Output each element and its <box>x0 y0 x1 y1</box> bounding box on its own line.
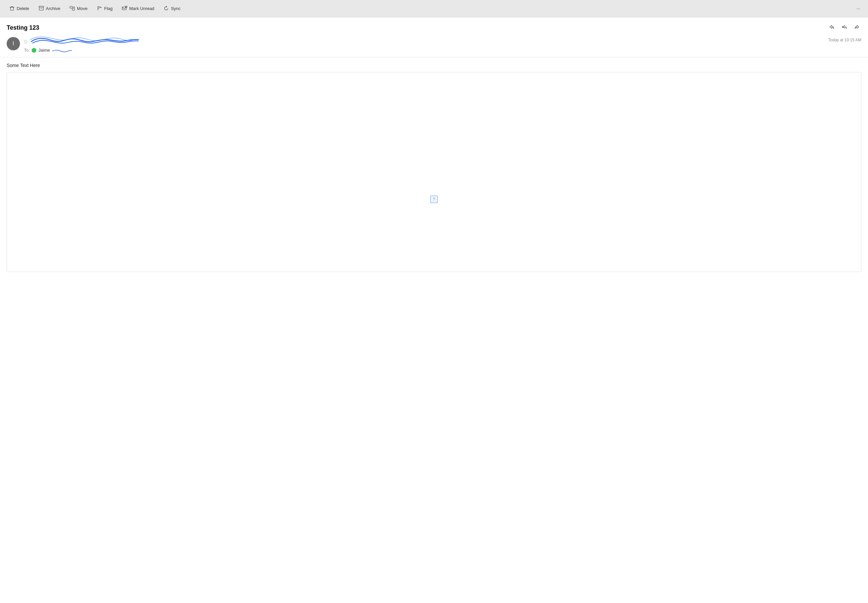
move-button[interactable]: Move <box>66 4 92 14</box>
email-body[interactable]: Some Text Here ? <box>0 57 868 603</box>
sender-info: From: sender@example.com To: Jaime <box>24 37 824 53</box>
move-label: Move <box>77 6 88 11</box>
svg-rect-3 <box>72 8 75 10</box>
email-subject: Testing 123 <box>7 24 39 31</box>
archive-label: Archive <box>46 6 60 11</box>
sync-label: Sync <box>171 6 180 11</box>
sender-name-scribble: From: sender@example.com <box>30 37 137 46</box>
more-button[interactable]: ··· <box>854 4 863 13</box>
mark-unread-label: Mark Unread <box>129 6 154 11</box>
avatar-initial: I <box>13 41 14 47</box>
move-icon <box>69 6 75 12</box>
flag-label: Flag <box>104 6 113 11</box>
email-header: Testing 123 <box>0 17 868 57</box>
email-date: Today at 10:15 AM <box>828 38 861 42</box>
broken-image-icon: ? <box>433 197 435 202</box>
svg-rect-2 <box>70 6 72 8</box>
reply-all-button[interactable] <box>840 23 849 33</box>
to-row: To: Jaime <box>24 48 824 53</box>
archive-icon <box>39 6 44 12</box>
reply-button[interactable] <box>827 23 836 33</box>
broken-image-placeholder: ? <box>430 196 438 203</box>
more-label: ··· <box>856 6 860 11</box>
delete-icon <box>9 6 15 12</box>
mark-unread-icon <box>122 6 127 12</box>
delete-button[interactable]: Delete <box>5 4 33 14</box>
flag-button[interactable]: Flag <box>93 4 117 14</box>
delete-label: Delete <box>17 6 29 11</box>
archive-button[interactable]: Archive <box>35 4 64 14</box>
to-label: To: <box>24 48 30 53</box>
unread-dot <box>24 40 27 43</box>
avatar: I <box>7 37 20 50</box>
svg-rect-1 <box>39 6 44 7</box>
recipient-name: Jaime <box>38 48 72 53</box>
email-meta: I From: sender@example.com <box>7 37 861 53</box>
subject-row: Testing 123 <box>7 23 861 33</box>
forward-button[interactable] <box>853 23 861 33</box>
flag-icon <box>97 6 102 12</box>
email-body-content: ? <box>7 72 861 272</box>
email-content: Testing 123 <box>0 17 868 603</box>
sync-icon <box>163 6 169 12</box>
body-text: Some Text Here <box>7 63 861 68</box>
toolbar: Delete Archive Move Fla <box>0 0 868 17</box>
mark-unread-button[interactable]: Mark Unread <box>118 4 158 14</box>
from-row: From: sender@example.com <box>24 37 824 46</box>
sync-button[interactable]: Sync <box>160 4 185 14</box>
recipient-scribble <box>52 48 72 53</box>
recipient-status-dot <box>32 48 36 53</box>
email-action-buttons <box>827 23 861 33</box>
